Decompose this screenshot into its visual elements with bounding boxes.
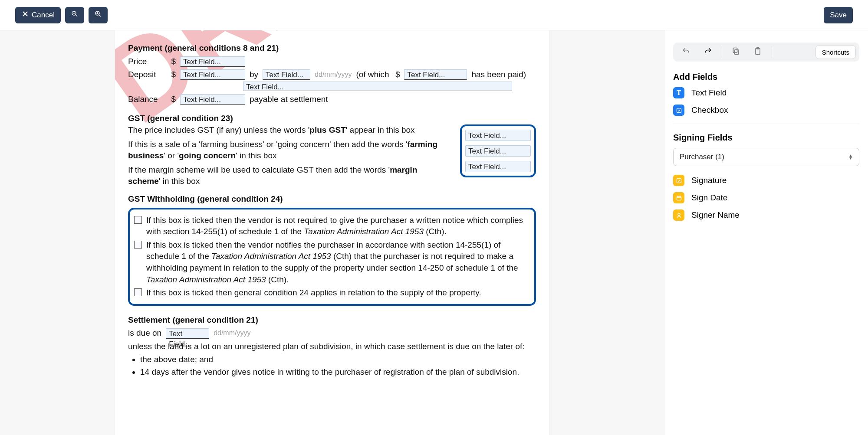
price-row: Price $ Text Field... — [128, 56, 536, 68]
deposit-row: Deposit $ Text Field... by Text Field...… — [128, 69, 536, 81]
svg-line-1 — [76, 15, 77, 16]
undo-button[interactable] — [677, 45, 696, 59]
settlement-bullet-2: 14 days after the vendor gives notice in… — [140, 366, 536, 378]
shortcuts-button[interactable]: Shortcuts — [815, 45, 856, 59]
svg-rect-7 — [735, 50, 739, 55]
cancel-label: Cancel — [32, 11, 55, 20]
dollar-sign: $ — [169, 69, 176, 81]
person-icon — [673, 209, 684, 221]
svg-rect-11 — [677, 108, 681, 112]
due-on-label: is due on — [128, 327, 161, 339]
gst-box-field-1[interactable]: Text Field... — [465, 130, 531, 141]
clipboard-icon — [753, 47, 762, 57]
settlement-bullet-1: the above date; and — [140, 354, 536, 366]
settlement-due-row: is due on Text Field... dd/mm/yyyy — [128, 327, 536, 339]
withholding-checkbox-1[interactable] — [134, 216, 142, 224]
settlement-date-hint: dd/mm/yyyy — [214, 328, 250, 338]
dollar-sign: $ — [169, 56, 176, 68]
zoom-out-icon — [71, 10, 79, 20]
save-button[interactable]: Save — [824, 7, 853, 23]
svg-line-4 — [99, 15, 101, 16]
svg-rect-8 — [733, 48, 737, 53]
paste-button[interactable] — [748, 45, 767, 59]
gst-text: The price includes GST (if any) unless t… — [128, 124, 451, 187]
withholding-checkbox-2[interactable] — [134, 241, 142, 249]
sign-date-label: Sign Date — [691, 193, 727, 203]
toolbar-separator — [772, 46, 772, 58]
close-icon — [21, 10, 29, 20]
signer-select-value: Purchaser (1) — [680, 153, 724, 161]
add-checkbox[interactable]: Checkbox — [673, 105, 859, 116]
svg-rect-13 — [677, 196, 681, 200]
deposit-by-hint: dd/mm/yyyy — [315, 70, 352, 79]
workspace: DRAFT Payment (general conditions 8 and … — [0, 30, 868, 435]
add-signature[interactable]: Signature — [673, 175, 859, 186]
deposit-long-field[interactable]: Text Field... — [243, 82, 512, 91]
signer-name-label: Signer Name — [691, 210, 740, 220]
gst-line1: The price includes GST (if any) unless t… — [128, 124, 451, 136]
balance-label: Balance — [128, 94, 165, 105]
withholding-text-3: If this box is ticked then general condi… — [146, 287, 481, 299]
chevron-updown-icon: ▲▼ — [848, 154, 853, 160]
deposit-label: Deposit — [128, 69, 165, 81]
save-label: Save — [830, 11, 847, 20]
gst-box: Text Field... Text Field... Text Field..… — [460, 124, 536, 177]
settlement-heading: Settlement (general condition 21) — [128, 314, 536, 326]
sidebar-toolbar: Shortcuts — [673, 43, 859, 62]
dollar-sign: $ — [169, 94, 176, 105]
copy-button[interactable] — [727, 45, 746, 59]
add-fields-list: T Text Field Checkbox — [673, 87, 859, 116]
redo-icon — [704, 47, 712, 57]
toolbar-right: Save — [824, 7, 853, 23]
copy-icon — [732, 47, 740, 57]
signature-label: Signature — [691, 176, 727, 185]
withholding-item-2: If this box is ticked then the vendor no… — [134, 239, 530, 285]
withholding-box: If this box is ticked then the vendor is… — [128, 208, 536, 306]
of-which-label: (of which — [356, 69, 389, 81]
gst-heading: GST (general condition 23) — [128, 113, 536, 124]
signer-select[interactable]: Purchaser (1) ▲▼ — [673, 148, 859, 166]
signing-fields-list: Signature Sign Date Signer Name — [673, 175, 859, 221]
deposit-by-field[interactable]: Text Field... — [263, 69, 310, 80]
price-field[interactable]: Text Field... — [180, 56, 245, 67]
paid-field[interactable]: Text Field... — [404, 69, 467, 80]
zoom-in-icon — [94, 10, 102, 20]
zoom-in-button[interactable] — [89, 7, 108, 23]
cancel-button[interactable]: Cancel — [15, 7, 61, 23]
calendar-icon — [673, 192, 684, 203]
withholding-checkbox-3[interactable] — [134, 288, 142, 296]
payable-label: payable at settlement — [250, 94, 328, 105]
zoom-out-button[interactable] — [65, 7, 84, 23]
settlement-date-field[interactable]: Text Field... — [166, 328, 209, 339]
text-field-icon: T — [673, 87, 684, 98]
paid-tail-label: has been paid) — [471, 69, 526, 81]
gst-box-field-3[interactable]: Text Field... — [465, 161, 531, 172]
dollar-sign: $ — [393, 69, 400, 81]
gst-box-field-2[interactable]: Text Field... — [465, 145, 531, 157]
settlement-bullets: the above date; and 14 days after the ve… — [140, 354, 536, 378]
withholding-item-3: If this box is ticked then general condi… — [134, 287, 530, 299]
sidebar: Shortcuts Add Fields T Text Field Checkb… — [664, 30, 868, 435]
by-label: by — [250, 69, 258, 81]
payment-heading: Payment (general conditions 8 and 21) — [128, 43, 536, 54]
balance-field[interactable]: Text Field... — [180, 94, 245, 105]
withholding-heading: GST Withholding (general condition 24) — [128, 193, 536, 205]
toolbar-left: Cancel — [15, 7, 108, 23]
gst-line2: If this is a sale of a 'farming business… — [128, 139, 451, 162]
gst-line3: If the margin scheme will be used to cal… — [128, 164, 451, 187]
signature-icon — [673, 175, 684, 186]
add-text-field[interactable]: T Text Field — [673, 87, 859, 98]
add-text-field-label: Text Field — [691, 88, 727, 98]
add-signer-name[interactable]: Signer Name — [673, 209, 859, 221]
checkbox-icon — [673, 105, 684, 116]
redo-button[interactable] — [698, 45, 717, 59]
add-checkbox-label: Checkbox — [691, 105, 728, 115]
add-fields-heading: Add Fields — [673, 72, 859, 82]
top-toolbar: Cancel Save — [0, 0, 868, 30]
add-sign-date[interactable]: Sign Date — [673, 192, 859, 203]
svg-rect-12 — [677, 178, 681, 183]
withholding-item-1: If this box is ticked then the vendor is… — [134, 215, 530, 238]
deposit-field[interactable]: Text Field... — [180, 69, 245, 80]
toolbar-separator — [722, 46, 722, 58]
document-scroll[interactable]: DRAFT Payment (general conditions 8 and … — [0, 30, 664, 435]
